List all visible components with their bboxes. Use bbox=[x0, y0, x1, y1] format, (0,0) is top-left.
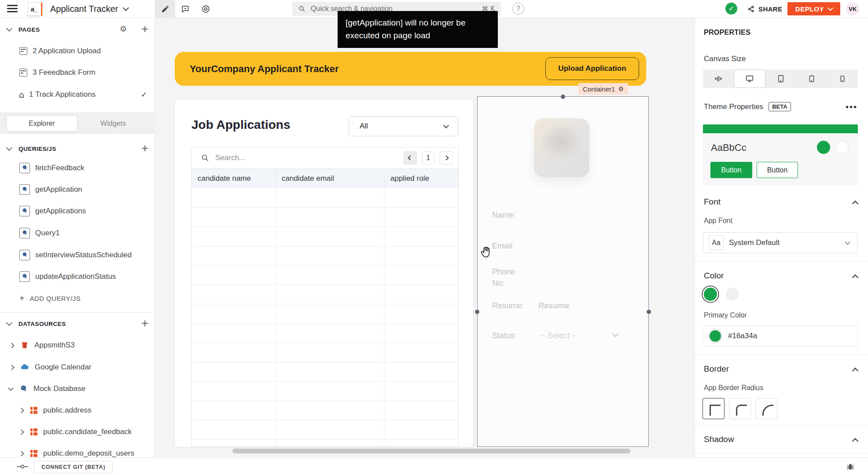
table-row[interactable] bbox=[191, 362, 458, 382]
user-avatar[interactable]: VK bbox=[846, 2, 859, 15]
primary-color-input[interactable]: #16a34a bbox=[703, 325, 858, 347]
table-row[interactable] bbox=[191, 420, 458, 440]
resize-handle-left[interactable] bbox=[475, 310, 479, 314]
theme-button-secondary[interactable]: Button bbox=[757, 162, 798, 178]
table-cell bbox=[191, 382, 276, 401]
app-header-widget[interactable]: YourCompany Applicant Tracker Upload App… bbox=[175, 52, 646, 86]
status-filter-select[interactable]: All bbox=[349, 116, 458, 136]
resume-link[interactable]: Resume bbox=[538, 301, 569, 311]
postgres-icon bbox=[19, 250, 30, 260]
pages-settings-gear-icon[interactable]: ⚙ bbox=[120, 25, 127, 33]
column-header[interactable]: candidate name bbox=[191, 169, 276, 188]
bug-icon[interactable] bbox=[846, 462, 855, 471]
table-row[interactable] bbox=[191, 188, 458, 208]
resize-handle-right[interactable] bbox=[647, 310, 651, 314]
canvas-size-tablet-large[interactable] bbox=[765, 69, 796, 88]
column-header[interactable]: candidate email bbox=[276, 169, 384, 188]
add-query-button[interactable]: + bbox=[141, 143, 149, 153]
queries-section-header[interactable]: QUERIES/JS + bbox=[0, 142, 155, 155]
table-row[interactable] bbox=[191, 382, 458, 401]
sidebar-page-item[interactable]: 2 Application Upload bbox=[0, 42, 155, 60]
connect-git-button[interactable]: CONNECT GIT (BETA) bbox=[34, 461, 113, 473]
border-section-header[interactable]: Border bbox=[704, 364, 729, 374]
table-row[interactable] bbox=[191, 266, 458, 285]
shadow-section-header[interactable]: Shadow bbox=[704, 435, 734, 444]
widget-settings-gear-icon[interactable]: ⚙ bbox=[618, 85, 624, 92]
table-row[interactable] bbox=[191, 285, 458, 304]
hamburger-menu-icon[interactable] bbox=[7, 5, 18, 13]
query-item[interactable]: getApplication bbox=[0, 181, 155, 198]
help-button[interactable]: ? bbox=[512, 3, 524, 15]
table-row[interactable] bbox=[191, 227, 458, 246]
tab-explorer[interactable]: Explorer bbox=[6, 115, 77, 132]
upload-application-button[interactable]: Upload Application bbox=[545, 57, 639, 80]
query-item[interactable]: Query1 bbox=[0, 224, 155, 242]
app-title[interactable]: Applicant Tracker bbox=[50, 0, 128, 18]
table-row[interactable] bbox=[191, 304, 458, 324]
tab-widgets[interactable]: Widgets bbox=[77, 115, 149, 132]
font-section-header[interactable]: Font bbox=[704, 197, 721, 207]
add-query-js-button[interactable]: + ADD QUERY/JS bbox=[0, 290, 155, 307]
add-datasource-button[interactable]: + bbox=[141, 318, 149, 328]
query-item[interactable]: fetchFeedback bbox=[0, 159, 155, 177]
canvas-size-mobile[interactable] bbox=[827, 69, 858, 88]
add-page-button[interactable]: + bbox=[141, 24, 149, 34]
color-section-header[interactable]: Color bbox=[704, 271, 724, 281]
pages-section-header[interactable]: PAGES ⚙ + bbox=[0, 23, 155, 36]
table-row[interactable] bbox=[191, 324, 458, 343]
edit-mode-button[interactable] bbox=[155, 0, 175, 18]
chevron-up-icon[interactable] bbox=[852, 438, 858, 444]
deploy-button[interactable]: DEPLOY bbox=[787, 2, 840, 15]
datasource-item[interactable]: AppsmithS3 bbox=[0, 336, 155, 354]
theme-options-menu[interactable]: ••• bbox=[846, 102, 857, 112]
chevron-up-icon[interactable] bbox=[852, 368, 858, 374]
table-cell bbox=[276, 266, 384, 285]
table-search-input[interactable] bbox=[214, 153, 398, 163]
app-font-select[interactable]: Aa System Default bbox=[703, 232, 858, 253]
table-row[interactable] bbox=[191, 208, 458, 227]
horizontal-scrollbar[interactable] bbox=[232, 449, 630, 453]
datasources-section-header[interactable]: DATASOURCES + bbox=[0, 317, 155, 330]
table-row[interactable] bbox=[191, 246, 458, 266]
canvas-size-fluid[interactable] bbox=[703, 69, 734, 88]
sidebar-page-item[interactable]: 3 Feeedback Form bbox=[0, 64, 155, 81]
datasource-item[interactable]: Google Calendar bbox=[0, 358, 155, 376]
table-row[interactable] bbox=[191, 343, 458, 362]
resize-handle-top[interactable] bbox=[561, 95, 565, 99]
detail-container-widget[interactable]: Name: Email: Phone No: Resume: Resume St… bbox=[477, 96, 649, 447]
share-button[interactable]: SHARE bbox=[747, 0, 783, 18]
datasource-item-expanded[interactable]: Mock Database bbox=[0, 380, 155, 398]
app-logo[interactable]: a_ bbox=[27, 2, 42, 16]
editor-canvas[interactable]: YourCompany Applicant Tracker Upload App… bbox=[155, 18, 695, 457]
view-mode-button[interactable] bbox=[195, 0, 216, 18]
background-color-swatch[interactable] bbox=[726, 288, 739, 301]
container-widget-label[interactable]: Container1 ⚙ bbox=[578, 83, 628, 95]
table-row[interactable] bbox=[191, 401, 458, 420]
border-radius-medium-button[interactable] bbox=[729, 398, 751, 419]
border-radius-none-button[interactable] bbox=[702, 398, 725, 419]
status-select-value[interactable]: -- Select -- bbox=[540, 331, 577, 340]
table-cell bbox=[191, 420, 276, 440]
theme-accent-bar bbox=[703, 124, 858, 133]
primary-color-swatch-selected[interactable] bbox=[704, 288, 717, 301]
canvas-size-tablet[interactable] bbox=[796, 69, 827, 88]
sidebar-page-item-current[interactable]: ⌂ 1 Track Applications ✓ bbox=[0, 86, 155, 103]
field-label: Email: bbox=[492, 241, 514, 251]
column-header[interactable]: applied role bbox=[384, 169, 458, 188]
datasource-table-item[interactable]: public.address bbox=[0, 402, 155, 419]
theme-button-primary[interactable]: Button bbox=[710, 162, 752, 178]
next-page-button[interactable] bbox=[440, 151, 453, 164]
comment-mode-button[interactable] bbox=[175, 0, 195, 18]
table-row[interactable] bbox=[191, 440, 458, 447]
query-item[interactable]: getApplications bbox=[0, 202, 155, 220]
query-item[interactable]: setInterviewStatusScheduled bbox=[0, 246, 155, 264]
prev-page-button[interactable] bbox=[404, 151, 417, 164]
chevron-up-icon[interactable] bbox=[852, 274, 858, 281]
query-item[interactable]: updateApplicationStatus bbox=[0, 268, 155, 285]
border-radius-large-button[interactable] bbox=[755, 398, 777, 419]
datasource-table-item[interactable]: public.candidate_feedback bbox=[0, 423, 155, 441]
canvas-size-desktop[interactable] bbox=[734, 69, 765, 88]
page-number[interactable]: 1 bbox=[422, 151, 434, 164]
desktop-icon bbox=[745, 74, 754, 84]
chevron-up-icon[interactable] bbox=[852, 201, 858, 207]
